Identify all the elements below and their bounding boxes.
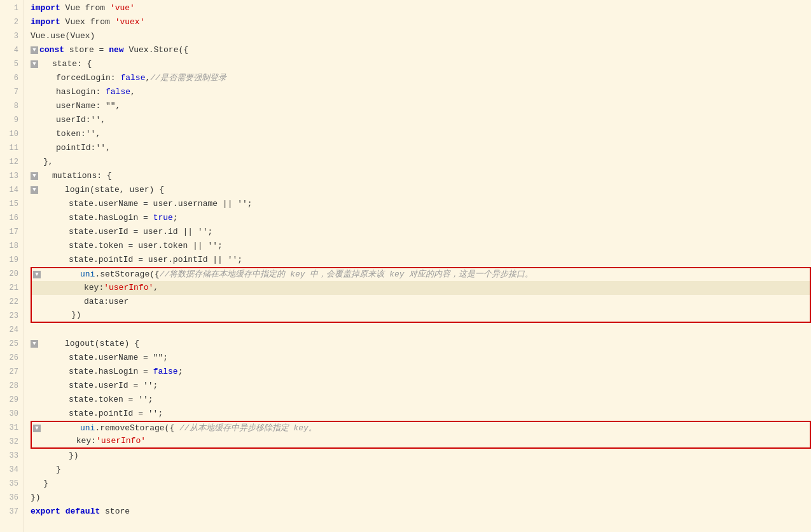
line-number-2: 2 (0, 15, 18, 29)
token-plain: ; (178, 365, 183, 379)
line-number-12: 12 (0, 155, 18, 169)
token-bool: true (153, 211, 173, 225)
line-number-14: 14 (0, 183, 18, 197)
code-line-17: state.userId = user.id || ''; (31, 225, 811, 239)
code-line-25: ▼logout(state) { (31, 337, 811, 351)
token-fn: uni (80, 421, 95, 435)
fold-icon[interactable]: ▼ (31, 186, 38, 194)
line-number-23: 23 (0, 309, 18, 323)
line-number-19: 19 (0, 253, 18, 267)
code-line-8: userName: "", (31, 99, 811, 113)
token-plain (105, 1, 110, 15)
token-plain: state.hasLogin = (69, 365, 153, 379)
code-line-14: ▼login(state, user) { (31, 183, 811, 197)
code-line-29: state.token = ''; (31, 393, 811, 407)
token-plain: login(state, user) { (65, 183, 164, 197)
token-plain: state.token = ''; (69, 393, 153, 407)
token-plain: , (145, 71, 150, 85)
code-line-27: state.hasLogin = false; (31, 365, 811, 379)
token-plain: state.userName = user.username || ''; (69, 197, 253, 211)
line-number-27: 27 (0, 365, 18, 379)
token-comment: //是否需要强制登录 (150, 71, 226, 85)
line-number-28: 28 (0, 379, 18, 393)
token-plain: key: (71, 434, 96, 448)
code-line-15: state.userName = user.username || ''; (31, 197, 811, 211)
token-plain: Vuex.Store({ (124, 43, 188, 57)
token-plain: , (130, 85, 135, 99)
fold-icon[interactable]: ▼ (31, 60, 38, 68)
line-number-15: 15 (0, 197, 18, 211)
code-line-2: import Vuex from 'vuex' (31, 15, 811, 29)
line-number-33: 33 (0, 449, 18, 463)
fold-icon[interactable]: ▼ (33, 425, 41, 432)
token-plain: key: (84, 281, 104, 295)
code-line-23: }) (31, 309, 811, 323)
line-number-5: 5 (0, 57, 18, 71)
fold-icon[interactable]: ▼ (31, 340, 38, 348)
code-line-16: state.hasLogin = true; (31, 211, 811, 225)
code-line-1: import Vue from 'vue' (31, 1, 811, 15)
token-kw-from: from (90, 15, 110, 29)
code-line-20: ▼uni.setStorage({//将数据存储在本地缓存中指定的 key 中，… (31, 267, 811, 281)
token-str: 'vuex' (115, 15, 145, 29)
line-number-4: 4 (0, 43, 18, 57)
token-plain: , (153, 281, 158, 295)
code-line-35: } (31, 477, 811, 491)
token-fn: uni (80, 268, 95, 282)
code-line-5: ▼state: { (31, 57, 811, 71)
token-plain: Vue.use(Vuex) (31, 29, 95, 43)
line-number-35: 35 (0, 477, 18, 491)
token-plain: .setStorage({ (95, 268, 159, 282)
token-plain: state.token = user.token || ''; (69, 239, 223, 253)
token-plain: state.pointId = user.pointId || ''; (69, 253, 242, 267)
line-number-30: 30 (0, 407, 18, 421)
line-number-11: 11 (0, 141, 18, 155)
line-number-10: 10 (0, 127, 18, 141)
token-plain: data:user (84, 295, 128, 309)
code-line-33: }) (31, 449, 811, 463)
token-bool: false (120, 71, 145, 85)
line-number-26: 26 (0, 351, 18, 365)
line-numbers: 1234567891011121314151617181920212223242… (0, 0, 24, 532)
line-number-16: 16 (0, 211, 18, 225)
code-line-13: ▼mutations: { (31, 169, 811, 183)
token-plain: }) (71, 308, 81, 322)
token-kw-import: export (31, 505, 60, 519)
fold-icon[interactable]: ▼ (31, 172, 38, 180)
line-number-7: 7 (0, 85, 18, 99)
token-plain: Vuex (60, 15, 90, 29)
line-number-18: 18 (0, 239, 18, 253)
line-number-37: 37 (0, 505, 18, 519)
code-line-11: pointId:'', (31, 141, 811, 155)
code-line-3: Vue.use(Vuex) (31, 29, 811, 43)
code-line-32: key:'userInfo' (31, 435, 811, 449)
token-bool: false (153, 365, 178, 379)
token-plain: userId:'', (56, 113, 106, 127)
token-plain: store (100, 505, 130, 519)
token-kw-import: import (31, 15, 60, 29)
token-comment: //将数据存储在本地缓存中指定的 key 中，会覆盖掉原来该 key 对应的内容… (160, 268, 534, 282)
line-number-21: 21 (0, 281, 18, 295)
fold-icon[interactable]: ▼ (33, 271, 41, 278)
token-plain: state.hasLogin = (69, 211, 153, 225)
code-line-24 (31, 323, 811, 337)
code-line-36: }) (31, 491, 811, 505)
token-key-str: 'userInfo' (96, 434, 146, 448)
token-plain (110, 15, 115, 29)
line-number-25: 25 (0, 337, 18, 351)
line-number-3: 3 (0, 29, 18, 43)
token-plain (60, 505, 66, 519)
token-plain: state.userName = ""; (69, 351, 168, 365)
line-number-22: 22 (0, 295, 18, 309)
code-line-30: state.pointId = ''; (31, 407, 811, 421)
token-plain: state.userId = user.id || ''; (69, 225, 212, 239)
token-plain: store = (64, 43, 109, 57)
token-plain: } (43, 477, 48, 491)
fold-icon[interactable]: ▼ (31, 46, 38, 54)
token-kw-blue: new (109, 43, 123, 57)
code-line-34: } (31, 463, 811, 477)
line-number-20: 20 (0, 267, 18, 281)
token-plain: } (56, 463, 61, 477)
token-kw-import: import (31, 1, 60, 15)
code-line-26: state.userName = ""; (31, 351, 811, 365)
